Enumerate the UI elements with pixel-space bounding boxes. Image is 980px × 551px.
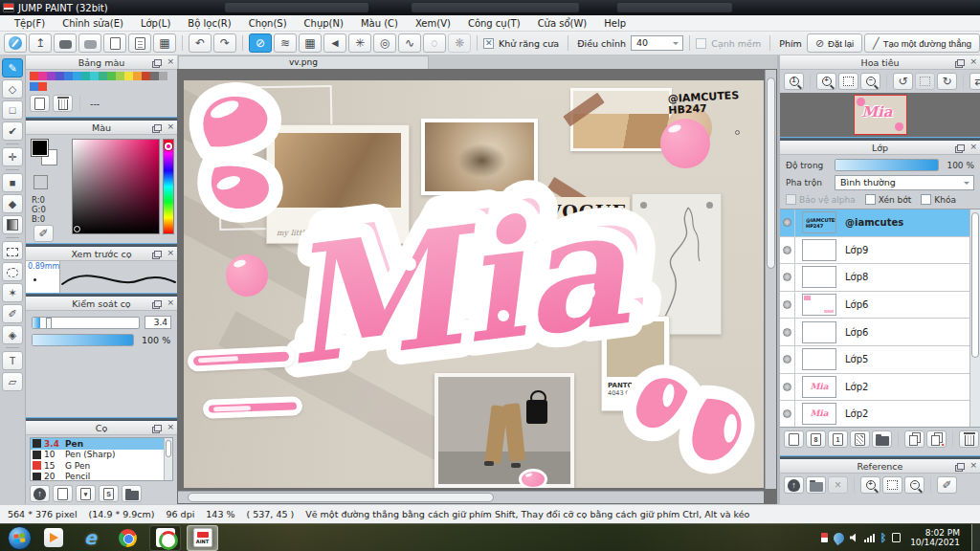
clipping-checkbox[interactable] <box>865 194 876 205</box>
brush-row[interactable]: 15G Pen <box>31 460 172 472</box>
taskbar-chrome[interactable] <box>112 525 144 551</box>
empty-swatch[interactable] <box>56 82 64 91</box>
canvas-vertical-scrollbar[interactable] <box>765 70 776 489</box>
foreground-color-swatch[interactable] <box>32 140 48 156</box>
layer-visibility-toggle[interactable] <box>780 237 795 264</box>
layer-row[interactable]: Lớp6 <box>780 292 980 320</box>
color-swatch[interactable] <box>150 72 159 80</box>
close-icon[interactable]: × <box>969 57 977 66</box>
color-swatch[interactable] <box>47 72 56 80</box>
brush-script-button[interactable]: S <box>99 485 119 502</box>
color-swatch[interactable] <box>159 72 167 80</box>
antialias-checkbox[interactable] <box>483 38 494 49</box>
export-button[interactable]: ↥ <box>29 33 52 53</box>
menu-item[interactable]: Tệp(F) <box>6 15 54 32</box>
layer-row[interactable]: Lớp9 <box>780 237 980 265</box>
network-icon[interactable] <box>864 534 875 542</box>
color-swatch[interactable] <box>38 82 47 91</box>
popout-icon[interactable] <box>154 300 162 307</box>
import-reference-button[interactable] <box>784 476 804 494</box>
close-icon[interactable]: × <box>167 249 174 257</box>
empty-swatch[interactable] <box>47 82 56 91</box>
merge-layer-button[interactable]: • <box>926 430 947 448</box>
popout-icon[interactable] <box>957 144 965 151</box>
color-swatch[interactable] <box>90 72 99 80</box>
empty-swatch[interactable] <box>107 82 116 91</box>
ref-zoom-in-button[interactable]: + <box>860 476 880 494</box>
close-icon[interactable]: × <box>969 143 977 151</box>
new-8bit-layer-button[interactable]: 8 <box>806 430 826 448</box>
volume-icon[interactable] <box>850 534 858 542</box>
redo-button[interactable]: ↷ <box>213 33 236 53</box>
popout-icon[interactable] <box>154 124 162 131</box>
menu-item[interactable]: Xem(V) <box>407 15 459 32</box>
color-swatch[interactable] <box>142 72 150 80</box>
saturation-value-picker[interactable] <box>72 139 160 234</box>
empty-swatch[interactable] <box>150 82 159 91</box>
color-swatch[interactable] <box>124 72 133 80</box>
menu-item[interactable]: Bộ lọc(R) <box>179 15 239 32</box>
tool-move-button[interactable]: ✛ <box>2 147 23 166</box>
layer-row[interactable]: Lớp6 <box>780 319 980 346</box>
hue-slider[interactable] <box>163 139 174 234</box>
action-center-icon[interactable] <box>892 533 901 542</box>
brush-size-slider[interactable] <box>32 317 140 329</box>
close-icon[interactable]: × <box>167 423 174 431</box>
menu-item[interactable]: Chụp(N) <box>296 15 352 32</box>
empty-swatch[interactable] <box>81 82 90 91</box>
open-reference-button[interactable] <box>806 476 826 494</box>
rotate-right-button[interactable]: ↻ <box>937 73 957 90</box>
blend-mode-dropdown[interactable]: Bình thường <box>835 175 974 190</box>
brush-folder-button[interactable] <box>122 485 142 502</box>
rotate-left-button[interactable]: ↺ <box>893 73 913 90</box>
popout-icon[interactable] <box>957 59 965 66</box>
empty-swatch[interactable] <box>99 82 107 91</box>
brush-size-value[interactable]: 3.4 <box>145 316 171 329</box>
new-folder-button[interactable] <box>872 430 892 448</box>
start-button[interactable] <box>8 526 32 550</box>
color-swatch[interactable] <box>107 72 116 80</box>
layer-visibility-toggle[interactable] <box>780 346 795 373</box>
canvas-artwork[interactable]: my little space @IAMCUTES HB247 VOGUE <box>184 80 764 488</box>
color-swatch[interactable] <box>81 72 90 80</box>
adjust-dropdown[interactable]: 40 <box>631 35 683 51</box>
reset-button[interactable]: ⊘Đặt lại <box>807 33 862 53</box>
color-swatch[interactable] <box>73 72 81 80</box>
cloud-pen-button[interactable] <box>4 33 27 53</box>
layer-row[interactable]: MiaLớp2 <box>780 401 980 428</box>
ref-zoom-fit-button[interactable] <box>882 476 902 494</box>
canvas-horizontal-scrollbar[interactable] <box>178 491 764 503</box>
close-icon[interactable]: × <box>167 57 174 66</box>
layer-visibility-toggle[interactable] <box>780 374 795 401</box>
color-swatch[interactable] <box>99 72 107 80</box>
tool-fill-rect-button[interactable]: ■ <box>2 173 23 192</box>
tool-polyline-button[interactable]: ✔ <box>2 121 23 141</box>
tool-brush-button[interactable]: ✎ <box>2 58 23 77</box>
tool-select-eraser-button[interactable]: ◈ <box>2 325 23 344</box>
color-swatch[interactable] <box>133 72 142 80</box>
color-swatch[interactable] <box>64 72 73 80</box>
create-line-button[interactable]: ╱Tạo một đường thẳng <box>864 33 980 53</box>
zoom-in-button[interactable]: + <box>816 73 836 90</box>
zoom-fit-button[interactable] <box>838 73 858 90</box>
brush-row[interactable]: 3.4Pen <box>31 438 172 450</box>
empty-swatch[interactable] <box>73 82 81 91</box>
tool-bucket-button[interactable]: ◆ <box>2 194 23 213</box>
zoom-out-button[interactable]: − <box>860 73 880 90</box>
snap-parallel-button[interactable]: ≋ <box>274 33 297 53</box>
snap-off-button[interactable]: ⊘ <box>249 33 272 53</box>
color-swatch[interactable] <box>30 82 38 91</box>
layer-visibility-toggle[interactable] <box>780 264 795 291</box>
menu-item[interactable]: Chọn(S) <box>240 15 296 32</box>
layer-list-scrollbar[interactable] <box>969 209 980 427</box>
show-desktop-button[interactable] <box>971 524 980 551</box>
brush-row[interactable]: 10Pen (Sharp) <box>31 450 172 461</box>
tool-select-rect-button[interactable] <box>2 241 23 260</box>
layer-row[interactable]: @IAMCUTES HP247@iamcutes <box>780 209 980 237</box>
navigator-thumbnail[interactable]: Mia <box>854 95 907 135</box>
popout-icon[interactable] <box>154 251 162 257</box>
tool-select-pen-button[interactable]: ✐ <box>2 304 23 323</box>
flip-canvas-button[interactable]: ⇄ <box>969 73 980 90</box>
ref-zoom-out-button[interactable]: − <box>904 476 924 494</box>
color-swatch[interactable] <box>38 72 47 80</box>
